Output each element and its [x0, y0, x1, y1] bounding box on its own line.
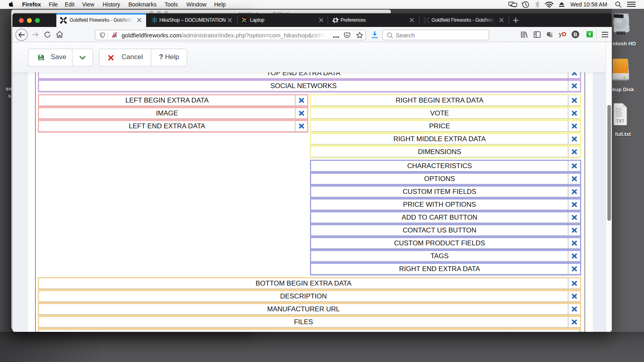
svg-text:TXT: TXT: [616, 119, 625, 123]
